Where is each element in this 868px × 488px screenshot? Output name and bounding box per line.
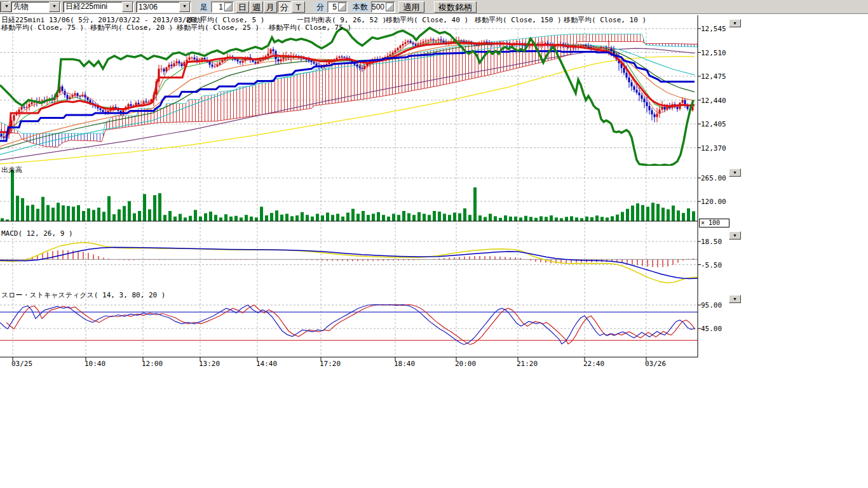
legend-row1-item: 移動平均( Close, 150 ) (475, 15, 562, 25)
legend-row2-item: 移動平均( Close, 75 ) (269, 23, 351, 32)
legend-row1-item: 移動平均( Close, 40 ) (386, 15, 468, 25)
macd-panel-title: MACD( 12, 26, 9 ) (1, 229, 73, 238)
x-axis-label: 10:40 (85, 360, 105, 368)
stoch-panel-title: スロー・ストキャスティクス( 14, 3, 80, 20 ) (1, 290, 165, 300)
volume-panel-title: 出来高 (1, 165, 22, 175)
volume-y-axis-label: 120.00 (701, 198, 726, 206)
price-y-axis-label: 12,405 (701, 120, 726, 128)
legend-row2-item: 移動平均( Close, 20 ) (90, 23, 173, 32)
legend-row1-item: 移動平均( Close, 10 ) (564, 15, 646, 25)
volume-multiplier-badge: × 100 (699, 219, 729, 227)
legend-row2-item: 移動平均( Close, 75 ) (1, 23, 84, 32)
x-axis-label: 22:40 (583, 360, 604, 368)
macd-panel (0, 243, 698, 283)
price-y-axis-label: 12,475 (701, 72, 726, 81)
volume-y-axis-label: 265.00 (701, 174, 726, 182)
stoch-panel (0, 304, 698, 344)
app-window: ▼ 先物 ▼ 日経225mini ▼ 13/06 ▼ 足 1 日週月分T 分 5… (0, 0, 868, 488)
price-y-axis-label: 12,510 (701, 48, 726, 57)
macd-scale-dropdown-button[interactable]: ▼ (729, 231, 741, 240)
x-axis-label: 13:20 (199, 360, 220, 368)
x-axis-label: 17:20 (320, 360, 341, 368)
x-axis-label: 03/26 (645, 360, 666, 368)
price-scale-dropdown-button[interactable]: ▼ (729, 19, 741, 27)
price-y-axis-label: 12,440 (701, 96, 726, 104)
macd-y-axis-label: 18.50 (701, 238, 722, 246)
x-axis-label: 03/25 (11, 360, 32, 368)
x-axis-label: 14:40 (256, 360, 277, 368)
stoch-y-axis-label: 95.00 (701, 301, 722, 309)
macd-y-axis-label: -5.50 (701, 261, 722, 269)
x-axis-label: 20:00 (455, 360, 476, 368)
price-y-axis-label: 12,370 (701, 144, 726, 152)
x-axis-label: 21:20 (517, 360, 538, 368)
stoch-y-axis-label: 45.00 (701, 325, 722, 333)
price-y-axis-label: 12,545 (701, 25, 726, 33)
legend-row2-item: 移動平均( Close, 25 ) (177, 23, 259, 32)
stoch-scale-dropdown-button[interactable]: ▼ (729, 295, 741, 303)
x-axis-label: 12:00 (142, 360, 163, 368)
volume-scale-dropdown-button[interactable]: ▼ (729, 168, 741, 177)
price-panel (0, 28, 698, 166)
x-axis-label: 18:40 (394, 360, 415, 368)
